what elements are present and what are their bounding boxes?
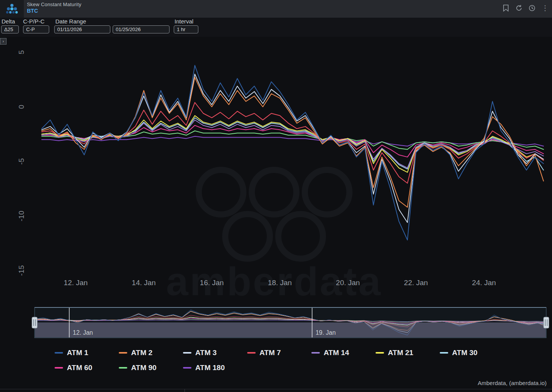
x-axis-label: 12. Jan (64, 279, 88, 287)
y-axis-label: -10 (17, 211, 25, 221)
legend-marker-atm-30 (440, 352, 448, 354)
legend-marker-atm-3 (183, 352, 191, 354)
legend-label-atm-21: ATM 21 (388, 349, 413, 357)
delta-select[interactable]: Δ25 (1, 25, 19, 33)
legend-item-atm-30[interactable]: ATM 30 (440, 349, 504, 357)
legend-item-atm-21[interactable]: ATM 21 (376, 349, 440, 357)
legend-label-atm-1: ATM 1 (67, 349, 88, 357)
legend-label-atm-2: ATM 2 (131, 349, 153, 357)
x-axis-label: 22. Jan (404, 279, 428, 287)
legend-label-atm-14: ATM 14 (324, 349, 349, 357)
x-axis-label: 16. Jan (200, 279, 224, 287)
legend-marker-atm-7 (247, 352, 256, 354)
cp-label: C-P/P-C (23, 18, 45, 25)
date-range-label: Date Range (55, 18, 86, 25)
legend-item-atm-7[interactable]: ATM 7 (247, 349, 311, 357)
legend-item-atm-180[interactable]: ATM 180 (183, 364, 247, 372)
x-axis-label: 24. Jan (472, 279, 496, 287)
date-start-input[interactable]: 01/11/2026 (54, 25, 110, 33)
y-axis-label: -5 (17, 158, 25, 165)
legend-marker-atm-2 (119, 352, 127, 354)
legend-label-atm-90: ATM 90 (131, 364, 156, 372)
legend-item-atm-90[interactable]: ATM 90 (119, 364, 183, 372)
legend-label-atm-60: ATM 60 (67, 364, 92, 372)
legend-marker-atm-90 (119, 367, 127, 369)
symbol-label: BTC (27, 8, 81, 15)
series-line-atm-2 (42, 77, 544, 207)
date-end-input[interactable]: 01/25/2026 (113, 25, 170, 33)
legend-marker-atm-1 (55, 352, 63, 354)
header-bar: Skew Constant Maturity BTC ⋮ (0, 0, 552, 18)
history-icon[interactable] (528, 4, 536, 12)
navigator-date-label: 12. Jan (73, 329, 93, 336)
legend-item-atm-1[interactable]: ATM 1 (55, 349, 119, 357)
x-axis-label: 20. Jan (336, 279, 360, 287)
cp-select[interactable]: C-P (23, 25, 49, 33)
navigator-handle-left[interactable] (32, 317, 37, 328)
legend-label-atm-7: ATM 7 (259, 349, 281, 357)
sidebar-expand-button[interactable]: › (0, 38, 7, 45)
legend-label-atm-3: ATM 3 (195, 349, 217, 357)
bottom-divider (0, 389, 552, 389)
y-axis-label: -15 (17, 265, 25, 276)
legend-item-atm-60[interactable]: ATM 60 (55, 364, 119, 372)
x-axis-label: 14. Jan (132, 279, 156, 287)
legend-item-atm-3[interactable]: ATM 3 (183, 349, 247, 357)
delta-label: Delta (2, 18, 15, 25)
legend-label-atm-180: ATM 180 (195, 364, 225, 372)
y-axis-label: 5 (17, 50, 25, 55)
legend-item-atm-2[interactable]: ATM 2 (119, 349, 183, 357)
legend-marker-atm-14 (311, 352, 320, 354)
page-title: Skew Constant Maturity (27, 2, 81, 8)
x-axis-label: 18. Jan (268, 279, 292, 287)
skew-chart[interactable]: amberdata50-5-10-1512. Jan14. Jan16. Jan… (0, 0, 552, 392)
controls-bar: Delta C-P/P-C Date Range Interval Δ25 C-… (0, 18, 552, 37)
legend-marker-atm-180 (183, 367, 191, 369)
navigator-axis-band (35, 322, 546, 337)
legend-label-atm-30: ATM 30 (452, 349, 477, 357)
legend-item-atm-14[interactable]: ATM 14 (311, 349, 376, 357)
navigator-date-label: 19. Jan (316, 329, 336, 336)
bottom-divider-tick (185, 389, 185, 392)
legend-marker-atm-60 (55, 367, 63, 369)
legend-marker-atm-21 (376, 352, 384, 354)
kebab-menu-icon[interactable]: ⋮ (541, 4, 549, 12)
bookmark-icon[interactable] (502, 4, 510, 12)
y-axis-label: 0 (17, 105, 25, 109)
navigator-handle-right[interactable] (544, 317, 549, 328)
refresh-icon[interactable] (515, 4, 523, 12)
navigator[interactable]: 12. Jan19. Jan (32, 307, 549, 338)
amberdata-credit[interactable]: Amberdata, (amberdata.io) (478, 380, 547, 386)
interval-select[interactable]: 1 hr (174, 25, 198, 33)
amberdata-logo-icon (5, 3, 18, 15)
interval-label: Interval (175, 18, 193, 25)
app-logo[interactable] (0, 0, 24, 18)
chart-legend: ATM 1ATM 2ATM 3ATM 7ATM 14ATM 21ATM 30AT… (55, 349, 504, 372)
